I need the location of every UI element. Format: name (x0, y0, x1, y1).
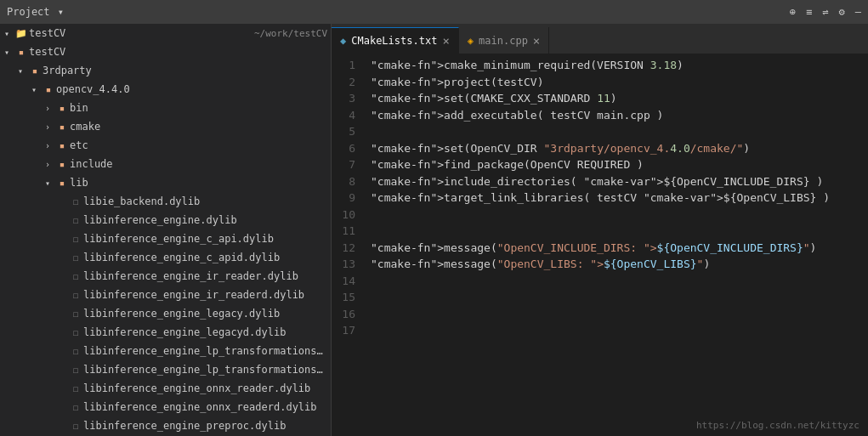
sidebar-root-path: ~/work/testCV (254, 28, 327, 39)
arrow-icon: › (41, 122, 54, 132)
file-icon: ☐ (68, 365, 83, 376)
title-bar-icons: ⊕ ≡ ⇌ ⚙ — (790, 6, 861, 18)
sidebar-item-label: lib (70, 177, 327, 189)
sidebar-item-label: include (70, 158, 327, 170)
code-line-1: "cmake-fn">cmake_minimum_required(VERSIO… (371, 57, 868, 74)
sidebar-item-label: libinference_engine_onnx_readerd.dylib (83, 401, 327, 413)
cmake-tab-icon: ◆ (340, 35, 346, 47)
sidebar-item-libinference_engine_c_apid.dylib[interactable]: › ☐ libinference_engine_c_apid.dylib (0, 248, 331, 267)
line-number-4: 4 (332, 107, 355, 124)
code-content[interactable]: "cmake-fn">cmake_minimum_required(VERSIO… (364, 57, 868, 436)
cpp-tab-icon: ◈ (468, 35, 474, 47)
line-number-11: 11 (332, 223, 355, 240)
project-dropdown[interactable]: Project ▾ (7, 6, 64, 18)
sidebar: ▾ 📁 testCV ~/work/testCV ▾ ▪ testCV ▾ ▪ … (0, 24, 332, 436)
arrow-icon: ▾ (14, 66, 27, 76)
sidebar-item-libinference_engine_legacy.dylib[interactable]: › ☐ libinference_engine_legacy.dylib (0, 304, 331, 323)
sidebar-item-label: etc (70, 139, 327, 151)
sidebar-item-label: testCV (29, 46, 327, 58)
sidebar-item-label: libinference_engine_onnx_reader.dylib (83, 382, 327, 394)
sidebar-item-lib[interactable]: ▾ ▪ lib (0, 173, 331, 192)
code-line-14 (371, 273, 868, 290)
code-line-4: "cmake-fn">add_executable( testCV main.c… (371, 107, 868, 124)
sidebar-item-libinference_engine_lp_transformationsd.dylib[interactable]: › ☐ libinference_engine_lp_transformatio… (0, 360, 331, 379)
folder-icon: ▪ (54, 103, 70, 114)
sidebar-item-label: libinference_engine_c_api.dylib (83, 233, 327, 245)
tab-bar: ◆ CMakeLists.txt × ◈ main.cpp × (332, 24, 868, 54)
sidebar-item-testCV[interactable]: ▾ ▪ testCV (0, 42, 331, 61)
file-icon: ☐ (68, 327, 83, 338)
sidebar-item-label: opencv_4.4.0 (56, 83, 327, 95)
sidebar-item-libie_backend.dylib[interactable]: › ☐ libie_backend.dylib (0, 192, 331, 211)
sidebar-item-libinference_engine_legacyd.dylib[interactable]: › ☐ libinference_engine_legacyd.dylib (0, 323, 331, 342)
sidebar-item-label: libie_backend.dylib (83, 195, 327, 207)
code-line-12: "cmake-fn">message("OpenCV_INCLUDE_DIRS:… (371, 240, 868, 257)
tab-cmake[interactable]: ◆ CMakeLists.txt × (332, 27, 459, 54)
sidebar-item-libinference_engine_lp_transformations.dylib[interactable]: › ☐ libinference_engine_lp_transformatio… (0, 342, 331, 360)
sidebar-item-label: libinference_engine_c_apid.dylib (83, 252, 327, 263)
code-line-2: "cmake-fn">project(testCV) (371, 74, 868, 91)
sidebar-item-3rdparty[interactable]: ▾ ▪ 3rdparty (0, 61, 331, 80)
file-icon: ☐ (68, 215, 83, 226)
sidebar-root-label: testCV (29, 27, 249, 39)
tab-close-icon[interactable]: × (533, 35, 540, 47)
arrow-icon: › (41, 104, 54, 113)
sidebar-item-libinference_engine_onnx_readerd.dylib[interactable]: › ☐ libinference_engine_onnx_readerd.dyl… (0, 398, 331, 416)
tab-close-icon[interactable]: × (442, 35, 449, 47)
file-icon: ☐ (68, 421, 83, 432)
line-number-12: 12 (332, 240, 355, 257)
folder-icon: ▪ (54, 140, 70, 151)
line-number-17: 17 (332, 322, 355, 339)
sidebar-item-label: libinference_engine_legacyd.dylib (83, 326, 327, 338)
sidebar-item-libinference_engine_preproc.dylib[interactable]: › ☐ libinference_engine_preproc.dylib (0, 416, 331, 435)
line-number-13: 13 (332, 256, 355, 273)
file-icon: ☐ (68, 252, 83, 263)
line-number-2: 2 (332, 74, 355, 91)
sidebar-item-libinference_engine_ir_reader.dylib[interactable]: › ☐ libinference_engine_ir_reader.dylib (0, 267, 331, 286)
tab-cpp[interactable]: ◈ main.cpp × (459, 27, 549, 54)
arrow-icon: › (41, 141, 54, 150)
sidebar-item-libinference_engine_ir_readerd.dylib[interactable]: › ☐ libinference_engine_ir_readerd.dylib (0, 286, 331, 304)
sidebar-item-bin[interactable]: › ▪ bin (0, 99, 331, 117)
project-label: Project ▾ (7, 6, 64, 18)
sidebar-item-opencv_4.4.0[interactable]: ▾ ▪ opencv_4.4.0 (0, 80, 331, 99)
folder-icon: ▪ (54, 178, 70, 189)
sidebar-item-label: 3rdparty (43, 65, 327, 76)
code-line-15 (371, 289, 868, 306)
sidebar-item-libinference_engine_c_api.dylib[interactable]: › ☐ libinference_engine_c_api.dylib (0, 229, 331, 248)
code-line-13: "cmake-fn">message("OpenCV_LIBS: ">${Ope… (371, 256, 868, 273)
arrow-icon: › (41, 160, 54, 169)
file-icon: ☐ (68, 196, 83, 207)
sidebar-item-libinference_engine.dylib[interactable]: › ☐ libinference_engine.dylib (0, 211, 331, 229)
tab-label: main.cpp (479, 35, 528, 47)
sidebar-root[interactable]: ▾ 📁 testCV ~/work/testCV (0, 24, 331, 42)
file-icon: ☐ (68, 402, 83, 413)
globe-icon[interactable]: ⊕ (790, 6, 796, 18)
code-line-5 (371, 123, 868, 140)
code-editor: 1234567891011121314151617 "cmake-fn">cma… (332, 54, 868, 436)
line-number-8: 8 (332, 173, 355, 190)
line-number-3: 3 (332, 90, 355, 107)
sidebar-item-etc[interactable]: › ▪ etc (0, 136, 331, 155)
sidebar-item-label: bin (70, 102, 327, 114)
file-icon: ☐ (68, 271, 83, 282)
split-icon[interactable]: ⇌ (822, 6, 828, 18)
file-icon: ☐ (68, 290, 83, 301)
sidebar-item-label: libinference_engine_ir_reader.dylib (83, 270, 327, 282)
minus-icon[interactable]: — (855, 6, 861, 18)
file-icon: ☐ (68, 346, 83, 357)
file-icon: ☐ (68, 383, 83, 394)
line-number-16: 16 (332, 306, 355, 323)
sidebar-item-cmake[interactable]: › ▪ cmake (0, 117, 331, 136)
main-layout: ▾ 📁 testCV ~/work/testCV ▾ ▪ testCV ▾ ▪ … (0, 24, 868, 436)
sidebar-item-include[interactable]: › ▪ include (0, 155, 331, 173)
code-line-6: "cmake-fn">set(OpenCV_DIR "3rdparty/open… (371, 140, 868, 157)
sidebar-item-libinference_engine_onnx_reader.dylib[interactable]: › ☐ libinference_engine_onnx_reader.dyli… (0, 379, 331, 398)
list-icon[interactable]: ≡ (806, 6, 812, 18)
sidebar-item-label: libinference_engine_ir_readerd.dylib (83, 289, 327, 301)
line-number-10: 10 (332, 207, 355, 224)
line-numbers: 1234567891011121314151617 (332, 57, 364, 436)
folder-icon: ▪ (27, 65, 43, 76)
arrow-icon: ▾ (41, 178, 54, 188)
gear-icon[interactable]: ⚙ (839, 6, 845, 18)
